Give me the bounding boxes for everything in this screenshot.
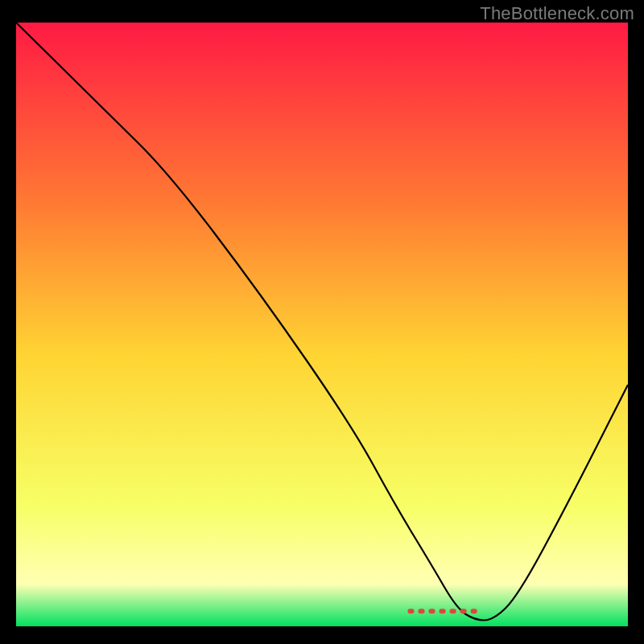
optimal-marker-dot <box>418 609 424 613</box>
optimal-marker-dot <box>439 609 445 613</box>
watermark-text: TheBottleneck.com <box>480 3 634 24</box>
chart-container <box>16 23 628 626</box>
optimal-marker-dot <box>407 609 414 613</box>
optimal-marker-dot <box>471 609 477 613</box>
bottleneck-chart <box>16 23 628 626</box>
optimal-marker-dot <box>428 609 435 613</box>
optimal-marker-dot <box>460 609 467 613</box>
optimal-marker-dot <box>450 609 456 613</box>
